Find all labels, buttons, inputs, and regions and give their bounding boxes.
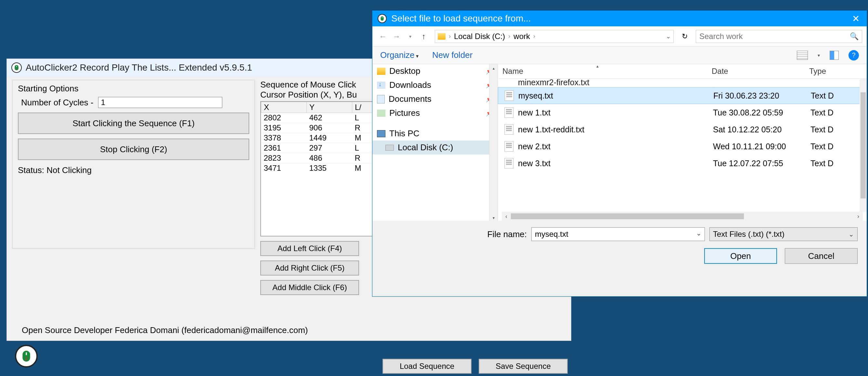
file-vscrollbar[interactable]: [860, 79, 867, 212]
help-icon[interactable]: ?: [848, 50, 859, 60]
text-file-icon: [504, 107, 514, 118]
app-icon: 2: [15, 345, 38, 368]
breadcrumb-work[interactable]: work: [514, 32, 530, 41]
file-row-partial[interactable]: minexmr2-firefox.txt: [498, 79, 867, 87]
chevron-right-icon: ›: [533, 33, 535, 40]
text-file-icon: [504, 124, 514, 135]
organize-menu[interactable]: Organize: [380, 50, 418, 60]
disk-icon: [385, 145, 394, 151]
save-sequence-button[interactable]: Save Sequence: [479, 359, 568, 374]
tree-this-pc[interactable]: This PC: [372, 126, 498, 141]
filetype-select[interactable]: Text Files (.txt) (*.txt): [709, 227, 858, 241]
folder-icon: [438, 33, 445, 40]
file-hscrollbar[interactable]: ‹ ›: [502, 212, 863, 221]
file-row[interactable]: new 2.txtWed 10.11.21 09:00Text D: [498, 138, 867, 155]
nav-back-icon[interactable]: ←: [377, 31, 389, 42]
open-button[interactable]: Open: [704, 248, 777, 264]
cycles-input[interactable]: [98, 97, 222, 108]
cycles-label: Number of Cycles -: [21, 97, 94, 108]
tree-label: Pictures: [389, 108, 420, 118]
text-file-icon: [504, 141, 514, 151]
tree-scrollbar[interactable]: ▴▾: [489, 64, 498, 221]
nav-tree: Desktop📌 Downloads📌 Documents📌 Pictures📌…: [372, 64, 498, 221]
tree-local-disk[interactable]: Local Disk (C:): [372, 141, 498, 154]
filename-input[interactable]: [531, 227, 705, 241]
breadcrumb-local-disk[interactable]: Local Disk (C:): [454, 32, 505, 41]
file-row[interactable]: new 1.txtTue 30.08.22 05:59Text D: [498, 104, 867, 121]
refresh-icon[interactable]: ↻: [679, 31, 690, 42]
status-text: Status: Not Clicking: [18, 165, 249, 175]
tree-desktop[interactable]: Desktop📌: [372, 64, 498, 78]
stop-clicking-button[interactable]: Stop Clicking (F2): [18, 139, 249, 160]
column-date[interactable]: Date: [707, 64, 805, 78]
tree-label: Downloads: [389, 80, 431, 90]
app-title-text: AutoClicker2 Record Play The Lists... Ex…: [26, 62, 252, 73]
nav-history-dropdown-icon[interactable]: ▾: [404, 31, 416, 42]
desktop-icon: [377, 68, 385, 75]
start-clicking-button[interactable]: Start Clicking the Sequence (F1): [18, 113, 249, 134]
chevron-right-icon: ›: [449, 33, 451, 40]
pictures-icon: [377, 110, 385, 117]
chevron-right-icon: ›: [508, 33, 510, 40]
search-icon[interactable]: 🔍: [850, 32, 859, 41]
svg-text:2: 2: [25, 356, 28, 361]
search-box[interactable]: 🔍: [696, 30, 862, 43]
view-dropdown-icon[interactable]: ▾: [818, 53, 820, 58]
search-input[interactable]: [699, 32, 850, 41]
sort-indicator-icon: ▴: [596, 64, 598, 69]
pc-icon: [377, 130, 385, 137]
dialog-app-icon: [378, 14, 387, 23]
add-middle-click-button[interactable]: Add Middle Click (F6): [260, 280, 359, 295]
app-footer: Open Source Developer Federica Domani (f…: [22, 325, 308, 335]
tree-label: Documents: [389, 94, 432, 104]
starting-options-label: Starting Options: [18, 84, 249, 94]
add-left-click-button[interactable]: Add Left Click (F4): [260, 241, 359, 256]
add-right-click-button[interactable]: Add Right Click (F5): [260, 261, 359, 276]
column-name[interactable]: Name: [498, 64, 707, 78]
col-x[interactable]: X: [261, 102, 307, 113]
address-bar[interactable]: › Local Disk (C:) › work › ⌄: [435, 30, 674, 43]
explorer-toolbar: Organize New folder ▾ ?: [372, 47, 867, 64]
file-row[interactable]: new 3.txtTue 12.07.22 07:55Text D: [498, 155, 867, 172]
file-open-dialog: Select file to load sequence from... ✕ ←…: [372, 10, 867, 297]
nav-forward-icon[interactable]: →: [391, 31, 402, 42]
app-icon: 2: [11, 62, 22, 73]
preview-pane-icon[interactable]: [830, 51, 839, 60]
tree-documents[interactable]: Documents📌: [372, 92, 498, 106]
address-dropdown-icon[interactable]: ⌄: [666, 33, 671, 40]
filename-label: File name:: [488, 229, 527, 239]
tree-downloads[interactable]: Downloads📌: [372, 78, 498, 92]
tree-pictures[interactable]: Pictures📌: [372, 106, 498, 120]
tree-label: Local Disk (C:): [398, 142, 453, 152]
tree-label: This PC: [389, 128, 419, 139]
cancel-button[interactable]: Cancel: [785, 248, 858, 264]
downloads-icon: [377, 82, 385, 89]
tree-label: Desktop: [389, 66, 420, 76]
nav-up-icon[interactable]: ↑: [418, 31, 430, 42]
file-row[interactable]: myseq.txtFri 30.06.23 23:20Text D: [498, 87, 867, 104]
col-y[interactable]: Y: [307, 102, 352, 113]
text-file-icon: [504, 158, 514, 169]
dialog-title-text: Select file to load sequence from...: [391, 13, 845, 24]
nav-toolbar: ← → ▾ ↑ › Local Disk (C:) › work › ⌄ ↻ 🔍: [372, 26, 867, 47]
svg-text:2: 2: [16, 68, 17, 70]
taskbar-app-icon[interactable]: 2: [12, 342, 40, 370]
documents-icon: [377, 95, 385, 104]
new-folder-button[interactable]: New folder: [432, 50, 472, 60]
scroll-left-icon[interactable]: ‹: [502, 213, 511, 220]
column-type[interactable]: Type: [805, 64, 867, 78]
load-sequence-button[interactable]: Load Sequence: [382, 359, 471, 374]
file-row[interactable]: new 1.txt-reddit.txtSat 10.12.22 05:20Te…: [498, 121, 867, 138]
view-mode-icon[interactable]: [797, 51, 808, 60]
text-file-icon: [505, 90, 514, 101]
file-list: ▴ Name Date Type minexmr2-firefox.txt my…: [498, 64, 867, 221]
starting-options-group: Starting Options Number of Cycles - Star…: [12, 80, 255, 249]
scroll-right-icon[interactable]: ›: [854, 213, 863, 220]
dialog-titlebar[interactable]: Select file to load sequence from... ✕: [372, 11, 867, 26]
close-icon[interactable]: ✕: [850, 13, 862, 24]
